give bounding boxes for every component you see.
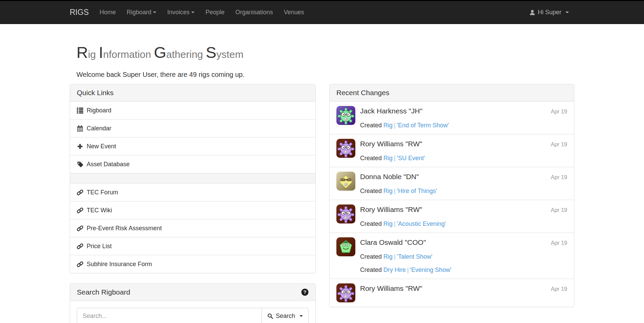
nav-link-label: Invoices — [167, 9, 190, 16]
nav-link-organisations[interactable]: Organisations — [230, 1, 278, 24]
plus-icon — [77, 143, 83, 150]
quick-link-item[interactable]: TEC Forum — [70, 183, 315, 201]
search-rigboard-title: Search Rigboard — [77, 288, 130, 296]
recent-change-body: Jack Harkness "JH"Apr 19Created Rig|'End… — [360, 106, 567, 130]
user-menu-toggle[interactable]: Hi Super — [524, 9, 574, 16]
title-initial: S — [206, 43, 216, 61]
change-action: Created Rig|'Talent Show' — [360, 252, 567, 261]
recent-change-body: Donna Noble "DN"Apr 19Created Rig|'Hire … — [360, 172, 567, 195]
user-icon — [529, 9, 535, 16]
quick-link-item[interactable]: Pre-Event Risk Assessment — [70, 219, 315, 237]
pipe-separator: | — [393, 122, 397, 129]
change-action: Created Rig|'End of Term Show' — [360, 121, 567, 130]
quick-link-label: Pre-Event Risk Assessment — [87, 224, 162, 233]
nav-item-rigboard: Rigboard — [121, 1, 162, 24]
recent-changes-panel: Recent Changes Jack Harkness "JH"Apr 19C… — [329, 84, 574, 307]
caret-down-icon — [153, 12, 156, 13]
quick-link-item[interactable]: Price List — [70, 237, 315, 255]
action-target-link[interactable]: Rig|'Hire of Things' — [383, 188, 437, 194]
change-date: Apr 19 — [551, 106, 567, 116]
change-action: Created Rig|'SU Event' — [360, 154, 567, 163]
quick-link-item[interactable]: New Event — [70, 137, 315, 155]
nav-link-home[interactable]: Home — [94, 1, 121, 24]
nav-link-label: People — [205, 9, 224, 16]
nav-link-label: Rigboard — [127, 9, 151, 16]
nav-item-organisations: Organisations — [230, 1, 278, 24]
nav-link-venues[interactable]: Venues — [278, 1, 309, 24]
title-rest: nformation — [103, 49, 154, 60]
target-type: Dry Hire — [383, 266, 406, 273]
nav-item-invoices: Invoices — [162, 1, 200, 24]
search-rigboard-body: Search — [70, 301, 315, 323]
monster-pentagon-icon — [336, 237, 355, 256]
quick-link-item[interactable]: Subhire Insurance Form — [70, 255, 315, 273]
caret-down-icon — [299, 315, 303, 317]
nav-link-label: Home — [99, 9, 116, 16]
title-rest: athering — [166, 49, 206, 60]
recent-change-body: Rory Williams "RW"Apr 19Created Rig|'Aco… — [360, 204, 567, 228]
question-circle-icon[interactable] — [301, 288, 309, 296]
recent-change-head: Rory Williams "RW"Apr 19 — [360, 204, 567, 215]
target-type: Rig — [383, 155, 393, 162]
quick-link-item[interactable]: Rigboard — [70, 102, 315, 119]
nav-link-label: Organisations — [235, 9, 273, 16]
change-action: Created Rig|'Acoustic Evening' — [360, 219, 567, 228]
change-action: Created Rig|'Hire of Things' — [360, 187, 567, 195]
brand-link[interactable]: RIGS — [70, 8, 89, 17]
change-date: Apr 19 — [551, 284, 567, 294]
search-button[interactable]: Search — [262, 308, 309, 323]
recent-change-item: Rory Williams "RW"Apr 19Created Rig|'SU … — [330, 134, 574, 167]
user-name: Clara Oswald "COO" — [360, 237, 426, 247]
quick-link-item[interactable]: TEC Wiki — [70, 201, 315, 219]
action-target-link[interactable]: Dry Hire|'Evening Show' — [383, 266, 451, 273]
main-nav: HomeRigboardInvoicesPeopleOrganisationsV… — [94, 1, 309, 24]
change-date: Apr 19 — [551, 205, 567, 215]
caret-down-icon — [565, 12, 569, 13]
nav-link-label: Venues — [284, 9, 304, 16]
target-type: Rig — [383, 188, 393, 194]
user-name: Rory Williams "RW" — [360, 204, 422, 215]
user-menu: Hi Super — [524, 9, 574, 16]
nav-item-venues: Venues — [278, 1, 309, 24]
action-target-link[interactable]: Rig|'SU Event' — [383, 155, 425, 162]
nav-link-people[interactable]: People — [200, 1, 230, 24]
action-target-link[interactable]: Rig|'End of Term Show' — [383, 122, 449, 129]
recent-change-item: Donna Noble "DN"Apr 19Created Rig|'Hire … — [330, 167, 574, 200]
title-initial: R — [76, 43, 88, 61]
monster-gear-icon — [336, 139, 355, 158]
top-navbar: RIGS HomeRigboardInvoicesPeopleOrganisat… — [0, 0, 644, 24]
link-icon — [77, 243, 83, 250]
change-date: Apr 19 — [551, 139, 567, 149]
action-target-link[interactable]: Rig|'Talent Show' — [383, 253, 432, 260]
search-rigboard-heading: Search Rigboard — [70, 284, 315, 301]
title-rest: ystem — [216, 49, 243, 60]
recent-change-item: Rory Williams "RW"Apr 19Created Rig|'Aco… — [330, 200, 574, 233]
quick-link-item[interactable]: Asset Database — [70, 155, 315, 173]
list-separator — [70, 173, 315, 183]
quick-link-label: Price List — [87, 242, 112, 251]
user-name: Donna Noble "DN" — [360, 172, 419, 182]
recent-changes-list: Jack Harkness "JH"Apr 19Created Rig|'End… — [330, 102, 574, 307]
nav-link-invoices[interactable]: Invoices — [162, 1, 200, 24]
recent-change-head: Rory Williams "RW"Apr 19 — [360, 139, 567, 149]
action-verb: Created — [360, 122, 383, 129]
target-type: Rig — [383, 122, 393, 129]
nav-link-rigboard[interactable]: Rigboard — [121, 1, 162, 24]
recent-change-head: Rory Williams "RW"Apr 19 — [360, 283, 567, 294]
search-input[interactable] — [77, 308, 262, 323]
monster-gear-icon — [336, 106, 355, 125]
monster-gear-icon — [336, 139, 355, 158]
link-icon — [77, 225, 83, 232]
quick-links-list: RigboardCalendarNew EventAsset DatabaseT… — [70, 102, 315, 273]
action-verb: Created — [360, 253, 383, 260]
recent-change-body: Clara Oswald "COO"Apr 19Created Rig|'Tal… — [360, 237, 567, 274]
link-icon — [77, 261, 83, 267]
nav-item-home: Home — [94, 1, 121, 24]
recent-change-body: Rory Williams "RW"Apr 19Created Rig|'SU … — [360, 139, 567, 163]
action-target-link[interactable]: Rig|'Acoustic Evening' — [383, 220, 446, 227]
monster-gear-icon — [336, 106, 355, 125]
action-verb: Created — [360, 155, 383, 162]
quick-link-label: TEC Wiki — [87, 206, 112, 215]
target-name: 'Acoustic Evening' — [397, 220, 446, 227]
quick-link-item[interactable]: Calendar — [70, 119, 315, 137]
